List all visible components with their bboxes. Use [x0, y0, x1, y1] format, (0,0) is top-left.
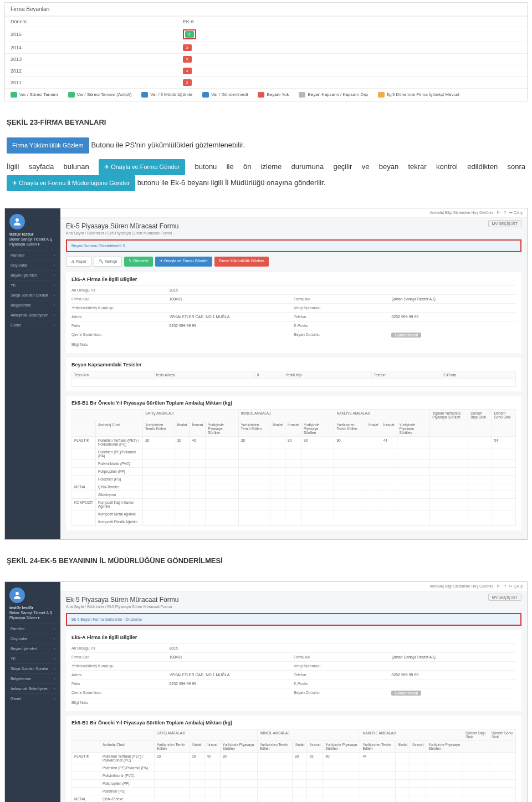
- sidebar-item[interactable]: Anlaşmalı Belediyeler›: [7, 310, 58, 320]
- svg-point-1: [16, 592, 19, 595]
- legend-item: Var / Süreci Tamam: [11, 92, 58, 98]
- section-a-title: Ek5-A Firma İle İlgili Bilgiler: [71, 277, 516, 282]
- year-cell: 2013: [5, 54, 177, 65]
- legend-item: İlgili Dönemde Firma İştirakçi Mevcut: [378, 92, 459, 98]
- section-a-card: Ek5-A Firma İle İlgili Bilgiler Ait Oldu…: [66, 272, 521, 353]
- status-cell: x: [177, 27, 527, 42]
- section-b1-title: Ek5-B1 Bir Önceki Yıl Piyasaya Sürülen T…: [71, 720, 516, 726]
- firma-yukumluluk-gozlem-button[interactable]: Firma Yükümlülük Gözlem: [7, 137, 89, 154]
- legend-swatch: [11, 92, 17, 98]
- kv-row: Bilgi Notu: [71, 698, 516, 707]
- table-row: Polivinilklorür (PVC): [72, 459, 516, 467]
- col-donem: Dönem: [5, 17, 177, 27]
- toolbar: 🖨 Rapor🔍 Tarihçe✎ Güncelle✈ Onayla ve Fo…: [66, 257, 521, 267]
- main-area: Ambalaj Bilgi Sistemine Hoş Geldiniz 🏳 ?…: [60, 208, 527, 539]
- breadcrumb: Ana Sayfa / Bildirimler / Ek5 Piyasaya S…: [66, 231, 521, 235]
- toolbar-button[interactable]: 🖨 Rapor: [66, 257, 91, 267]
- toolbar-button[interactable]: ✈ Onayla ve Formu Gönder: [155, 257, 212, 267]
- onayla-formu-gonder-button[interactable]: ✈ Onayla ve Formu Gönder: [99, 159, 185, 175]
- avatar[interactable]: [9, 214, 25, 229]
- tesisler-title: Beyan Kapsamındaki Tesisler: [71, 362, 516, 367]
- table-row: Polivinilklorür (PVC): [72, 772, 516, 779]
- table-row: METALÇelik-Teneke: [72, 795, 516, 802]
- legend-item: Var / Süreci Tamam (Antipli): [68, 92, 132, 98]
- sidebar-item[interactable]: Sıkça Sorulan Sorular›: [7, 663, 58, 673]
- status-pill[interactable]: x: [183, 56, 192, 63]
- legend-swatch: [258, 92, 264, 98]
- user-icon: [12, 217, 22, 227]
- year-cell: 2015: [5, 27, 177, 42]
- toolbar-button[interactable]: Firma Yükümlülük Gözlem: [214, 257, 269, 267]
- kv-row: Yetkilendirilmiş KuruluşuVergi Numarası: [71, 661, 516, 670]
- sidebar-item[interactable]: Beyan İşlemleri›: [7, 643, 58, 653]
- section-a-title: Ek5-A Firma İle İlgili Bilgiler: [71, 635, 516, 640]
- kv-row: Faks0252 999 99 99E-Posta: [71, 321, 516, 330]
- sidebar-item[interactable]: YK›: [7, 653, 58, 663]
- legend-item: Beyan Kapsamı / Kapsam Dışı: [299, 92, 368, 98]
- tesisler-table: Tesis AdıTesis AdresiİlYetkili KişiTelef…: [71, 371, 516, 387]
- user-name: testGr testGr Bekar Sanayi Ticaret A.Ş. …: [9, 605, 56, 620]
- mv-gecis-button[interactable]: MV.GEÇİŞ.İST: [488, 220, 521, 227]
- sidebar-item[interactable]: Genel›: [7, 320, 58, 330]
- status-pill[interactable]: x: [185, 31, 194, 38]
- table-row: Kompozit Metal Ağırlıklı: [72, 510, 516, 518]
- toolbar-button[interactable]: 🔍 Tarihçe: [94, 257, 122, 267]
- status-pill[interactable]: x: [183, 44, 192, 51]
- sidebar-item[interactable]: Duyurular›: [7, 634, 58, 643]
- toolbar-button[interactable]: ✎ Güncelle: [124, 257, 153, 267]
- sidebar-item[interactable]: YK›: [7, 280, 58, 290]
- avatar[interactable]: [9, 588, 25, 603]
- table-row: Polistiren (PS): [72, 787, 516, 795]
- flag-icon[interactable]: 🏳: [497, 211, 500, 214]
- status-pill[interactable]: x: [183, 68, 192, 74]
- top-bar: Ambalaj Bilgi Sistemine Hoş Geldiniz 🏳 ?…: [60, 208, 527, 218]
- table-row: Polipropilen (PP): [72, 779, 516, 787]
- highlight-box: x: [183, 29, 196, 39]
- legend-swatch: [141, 92, 148, 98]
- sidebar-item[interactable]: Beyan İşlemleri›: [7, 270, 58, 280]
- svg-point-0: [16, 218, 19, 222]
- paragraph-2: İlgili sayfada bulunan ✈ Onayla ve Formu…: [7, 159, 525, 191]
- legend-item: Beyanı Yok: [258, 92, 289, 98]
- firma-beyanlari-panel: Firma Beyanları Dönem EK-6 2015x2014x201…: [4, 2, 528, 101]
- page-title: Ek-5 Piyasaya Süren Müracaat Formu: [66, 596, 521, 604]
- status-cell: x: [177, 65, 527, 77]
- page-title: Ek-5 Piyasaya Süren Müracaat Formu: [66, 222, 521, 230]
- status-cell: x: [177, 77, 527, 89]
- sidebar-item[interactable]: Paneller›: [7, 250, 58, 260]
- section-b1-title: Ek5-B1 Bir Önceki Yıl Piyasaya Sürülen T…: [71, 400, 516, 406]
- status-pill[interactable]: x: [183, 79, 192, 86]
- sidebar-item[interactable]: Genel›: [7, 693, 58, 703]
- section-b1-card: Ek5-B1 Bir Önceki Yıl Piyasaya Sürülen T…: [66, 396, 521, 530]
- paragraph-1: Firma Yükümlülük Gözlem Butonu ile PS'ni…: [7, 137, 525, 154]
- sidebar-item[interactable]: Anlaşmalı Belediyeler›: [7, 683, 58, 693]
- mv-gecis-button[interactable]: MV.GEÇİŞ.İST: [488, 594, 521, 601]
- kv-row: Ait Olduğu Yıl2015: [71, 643, 516, 652]
- sidebar: testGr testGr Bekar Sanayi Ticaret A.Ş. …: [5, 208, 60, 539]
- exit-link[interactable]: ↦ Çıkış: [509, 211, 523, 215]
- flag-icon[interactable]: 🏳: [497, 584, 500, 588]
- year-cell: 2014: [5, 42, 177, 54]
- sidebar-item[interactable]: Belgelenme›: [7, 300, 58, 310]
- status-badge: Gönderilmedi: [391, 333, 421, 338]
- kv-row: Bilgi Notu: [71, 340, 516, 349]
- sidebar-item[interactable]: Duyurular›: [7, 260, 58, 270]
- sidebar-item[interactable]: Paneller›: [7, 624, 58, 634]
- sidebar-item[interactable]: Sıkça Sorulan Sorular›: [7, 290, 58, 300]
- status-cell: x: [177, 42, 527, 54]
- table-row: METALÇelik-Teneke: [72, 483, 516, 491]
- table-row: Polistiren (PS): [72, 475, 516, 483]
- year-cell: 2011: [5, 77, 177, 89]
- legend-swatch: [378, 92, 385, 98]
- breadcrumb: Ana Sayfa / Bildirimler / Ek5 Piyasaya S…: [66, 605, 521, 609]
- table-row: Polietilen (PE)/Poliamid (PA): [72, 764, 516, 772]
- user-name: testGr testGr Bekar Sanayi Ticaret A.Ş. …: [9, 232, 56, 247]
- onayla-il-mudurlugu-button[interactable]: ✈ Onayla ve Formu İl Müdürlüğüne Gönder: [7, 175, 135, 191]
- screenshot-25: testGr testGr Bekar Sanayi Ticaret A.Ş. …: [4, 581, 528, 802]
- exit-link[interactable]: ↦ Çıkış: [509, 584, 523, 589]
- status-alert: Beyan Durumu Gönderilmedi !!: [66, 239, 521, 252]
- b1-table: SATIŞ AMBALAJIİKİNCİL AMBALAJNAKLİYE AMB…: [71, 409, 516, 526]
- legend-item: Var / İl Müdürlüğünde: [141, 92, 192, 98]
- kv-row: Firma Kod100481Firma AdıŞahan Sanayi Tic…: [71, 294, 516, 303]
- sidebar-item[interactable]: Belgelenme›: [7, 673, 58, 683]
